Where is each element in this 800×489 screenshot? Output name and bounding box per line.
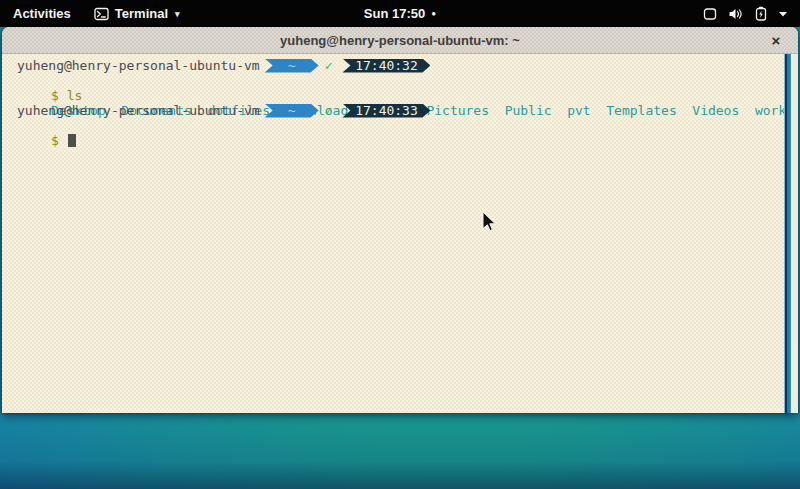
prompt-user: yuheng@henry-personal-ubuntu-vm [17,58,260,73]
terminal-content-area[interactable]: yuheng@henry-personal-ubuntu-vm ~ ✓ 17:4… [2,54,798,413]
text-cursor-block [68,134,76,147]
display-icon [703,7,717,21]
directory-name: Templates [606,103,676,118]
powerline-time-segment: 17:40:32 [342,59,430,73]
directory-name: pvt [567,103,590,118]
directory-name: Pictures [426,103,489,118]
current-input-line: $ [4,118,798,133]
prompt-symbol: $ [51,88,59,103]
scrollbar-thumb[interactable] [784,54,792,413]
terminal-app-icon [94,7,109,21]
status-ok-icon: ✓ [325,103,333,118]
volume-icon [728,7,744,21]
status-ok-icon: ✓ [325,58,333,73]
powerline-dir-segment: ~ [265,59,319,73]
powerline-time-segment: 17:40:33 [342,104,430,118]
prompt-user: yuheng@henry-personal-ubuntu-vm [17,103,260,118]
chevron-down-icon [778,10,788,18]
desktop-bottom-shade [0,419,800,489]
activities-button[interactable]: Activities [0,0,84,27]
system-status-menu[interactable] [691,0,800,27]
terminal-window: yuheng@henry-personal-ubuntu-vm: ~ × yuh… [2,27,798,413]
prompt-symbol: $ [51,133,59,148]
activities-label: Activities [13,6,71,21]
app-menu-label: Terminal [115,6,168,21]
ls-output-line: DesktopDocumentsdotfilesDownloadsMusicPi… [4,88,798,103]
notification-dot-icon: ● [431,10,436,18]
powerline-dir-segment: ~ [265,104,319,118]
prompt-line-1: yuheng@henry-personal-ubuntu-vm ~ ✓ 17:4… [4,58,798,73]
battery-charging-icon [755,6,767,21]
app-menu-terminal[interactable]: Terminal ▾ [84,0,190,27]
command-text: ls [67,88,83,103]
window-title: yuheng@henry-personal-ubuntu-vm: ~ [280,33,520,48]
clock-label: Sun 17:50 [364,6,425,21]
app-menu-caret-icon: ▾ [175,9,180,19]
directory-name: Videos [692,103,739,118]
scrollbar-track[interactable] [792,54,798,413]
close-icon[interactable]: × [767,27,785,54]
gnome-top-bar: Activities Terminal ▾ Sun 17:50 ● [0,0,800,27]
window-titlebar[interactable]: yuheng@henry-personal-ubuntu-vm: ~ × [2,27,798,54]
directory-name: Public [505,103,552,118]
command-line: $ ls [4,73,798,88]
